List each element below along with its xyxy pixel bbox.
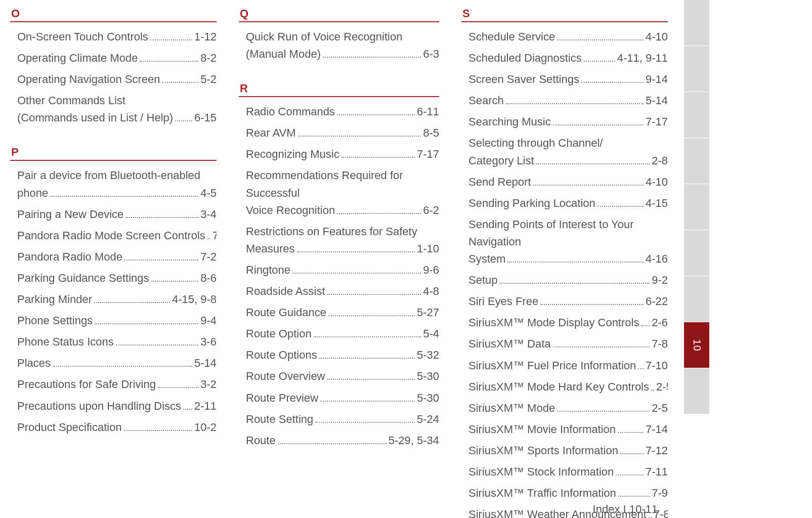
index-entry-line: SiriusXM™ Mode2-5 xyxy=(468,400,668,417)
index-entry-dots xyxy=(297,251,415,252)
index-entry: Screen Saver Settings9-14 xyxy=(468,71,668,88)
index-section-rule xyxy=(239,96,439,97)
index-entry-dots xyxy=(557,39,644,40)
index-entry-dots xyxy=(597,206,644,207)
index-entry-line: Setup9-2 xyxy=(468,272,668,289)
index-entry-page: 5-4 xyxy=(423,325,439,342)
index-entry-line: Operating Navigation Screen5-2 xyxy=(17,71,217,88)
index-entries: Quick Run of Voice Recognition(Manual Mo… xyxy=(239,28,439,63)
index-entry: Ringtone9-6 xyxy=(246,262,439,279)
index-section-rule xyxy=(10,21,217,22)
index-entry-page: 5-30 xyxy=(417,368,439,385)
index-section-head: P xyxy=(10,146,217,161)
side-tab-2[interactable] xyxy=(684,46,709,92)
index-entry-line: Product Specification10-2 xyxy=(17,419,217,436)
index-entry: Scheduled Diagnostics4-11, 9-11 xyxy=(468,50,668,67)
index-entry-label: Voice Recognition xyxy=(246,202,335,219)
index-entry-first-line: Selecting through Channel/ xyxy=(468,135,668,152)
index-entry-first-line: Restrictions on Features for Safety xyxy=(246,223,439,240)
index-entry: SiriusXM™ Fuel Price Information7-10 xyxy=(468,357,668,374)
index-entry-line: Pairing a New Device3-4 xyxy=(17,206,217,223)
index-entry-page: 2-5 xyxy=(652,400,668,417)
index-entry: SiriusXM™ Data7-8 xyxy=(468,335,668,353)
index-entry-label: Phone Status Icons xyxy=(17,333,114,351)
index-entry: Searching Music7-17 xyxy=(468,113,668,131)
index-entry: Route Overview5-30 xyxy=(246,368,439,385)
index-entry-line: Route Options5-32 xyxy=(246,347,439,364)
index-section-letter: R xyxy=(239,82,439,96)
index-columns: OOn-Screen Touch Controls1-12Operating C… xyxy=(10,5,668,518)
index-section-head: O xyxy=(10,7,217,22)
index-entry: SiriusXM™ Traffic Information7-9 xyxy=(468,485,668,502)
side-tab-active-label: 10 xyxy=(691,339,703,351)
index-entry-line: Pandora Radio Mode Screen Controls7-3 xyxy=(17,227,217,244)
index-entry-label: Places xyxy=(17,355,51,372)
page-footer: Index I 10-11 xyxy=(593,503,658,516)
index-entry-label: SiriusXM™ Mode Display Controls xyxy=(468,314,639,331)
index-entry-dots xyxy=(315,422,415,423)
index-entries: On-Screen Touch Controls1-12Operating Cl… xyxy=(10,28,217,126)
side-tab-active[interactable]: 10 xyxy=(684,322,709,368)
index-entry: SiriusXM™ Mode Display Controls2-6 xyxy=(468,314,668,331)
index-entry: Parking Minder4-15, 9-8 xyxy=(17,291,217,308)
index-entry-page: 1-10 xyxy=(417,240,439,257)
index-entry-dots xyxy=(319,358,415,359)
index-entry-page: 8-6 xyxy=(200,270,217,287)
index-entry-line: Precautions upon Handling Discs2-11 xyxy=(17,398,217,415)
index-entry-label: Sending Parking Location xyxy=(468,195,595,212)
index-entry-dots xyxy=(183,409,192,410)
index-entry: SiriusXM™ Mode2-5 xyxy=(468,400,668,417)
index-entry-dots xyxy=(616,474,644,476)
index-entry-page: 5-27 xyxy=(417,304,439,321)
index-entry-dots xyxy=(651,390,654,391)
index-entry-dots xyxy=(327,294,421,295)
index-entry: Pair a device from Bluetooth-enabledphon… xyxy=(17,167,217,201)
index-entry: Siri Eyes Free6-22 xyxy=(468,293,668,310)
index-entries: Radio Commands6-11Rear AVM8-5Recognizing… xyxy=(239,103,439,449)
index-entry-page: 5-30 xyxy=(417,390,439,407)
index-entry-dots xyxy=(314,336,421,337)
index-entry-dots xyxy=(341,157,415,158)
index-entry-label: Radio Commands xyxy=(246,103,335,120)
index-entry: Operating Climate Mode8-2 xyxy=(17,50,217,67)
index-entry-page: 4-15 xyxy=(646,195,668,212)
index-entry: Recommendations Required for SuccessfulV… xyxy=(246,167,439,219)
index-entry-page: 4-16 xyxy=(646,250,668,268)
side-tab-1[interactable] xyxy=(684,0,709,46)
index-entry-line: Roadside Assist4-8 xyxy=(246,283,439,300)
index-entry-line: (Manual Mode)6-3 xyxy=(246,46,439,63)
index-entry-page: 5-14 xyxy=(646,92,668,109)
index-entry: Phone Status Icons3-6 xyxy=(17,333,217,351)
index-entry-line: Measures1-10 xyxy=(246,240,439,257)
index-entry-line: SiriusXM™ Stock Information7-11 xyxy=(468,463,668,481)
index-entry-label: Operating Navigation Screen xyxy=(17,71,160,88)
side-tab-3[interactable] xyxy=(684,92,709,138)
index-entry-page: 1-12 xyxy=(194,28,217,46)
side-tab-7[interactable] xyxy=(684,276,709,322)
index-entry: Product Specification10-2 xyxy=(17,419,217,436)
index-entry-page: 4-11, 9-11 xyxy=(617,50,668,67)
index-entry-page: 6-3 xyxy=(423,46,439,63)
index-entry-page: 4-8 xyxy=(423,283,439,300)
index-entry-label: Searching Music xyxy=(468,113,551,131)
index-entry: Other Commands List(Commands used in Lis… xyxy=(17,92,217,126)
index-entry-page: 7-10 xyxy=(646,357,668,374)
index-entry-label: SiriusXM™ Data xyxy=(468,335,551,353)
index-entry-label: SiriusXM™ Mode xyxy=(468,400,555,417)
side-tab-5[interactable] xyxy=(684,184,709,230)
index-entry-label: SiriusXM™ Traffic Information xyxy=(468,485,616,502)
side-tab-4[interactable] xyxy=(684,138,709,184)
side-tab-9[interactable] xyxy=(684,368,709,414)
index-entry-label: Route Setting xyxy=(246,411,313,428)
index-entry-first-line: Sending Points of Interest to Your Navig… xyxy=(468,216,668,250)
index-entry-line: Rear AVM8-5 xyxy=(246,124,439,142)
index-entry-dots xyxy=(641,325,650,326)
index-entry: Route5-29, 5-34 xyxy=(246,432,439,449)
index-entry-page: 2-11 xyxy=(194,398,217,415)
index-entry: Pandora Radio Mode Screen Controls7-3 xyxy=(17,227,217,244)
side-tab-6[interactable] xyxy=(684,230,709,276)
index-entry-label: Rear AVM xyxy=(246,124,296,142)
index-entry-dots xyxy=(53,366,192,367)
index-entry-dots xyxy=(506,103,644,104)
index-entry-line: SiriusXM™ Sports Information7-12 xyxy=(468,442,668,459)
